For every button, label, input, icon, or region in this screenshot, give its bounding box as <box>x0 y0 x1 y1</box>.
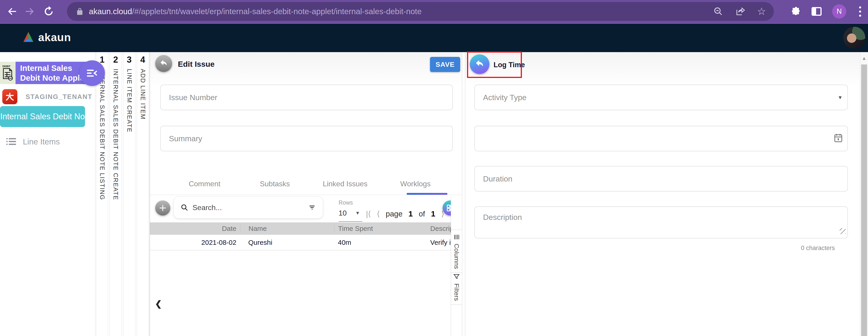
tabs-scroll-left-button[interactable]: ❮ <box>155 299 162 309</box>
annotation-highlight-box <box>467 52 522 78</box>
plus-icon <box>158 204 167 213</box>
rows-caret-icon[interactable]: ▼ <box>355 210 360 216</box>
line-items-label: Line Items <box>23 137 60 146</box>
app-header: akaun <box>0 24 868 52</box>
side-panel-fill <box>812 8 816 15</box>
columns-icon <box>453 234 460 240</box>
tab-comment[interactable]: Comment <box>169 173 240 195</box>
wizard-tab-label: LINE ITEM CREATE <box>126 69 133 132</box>
active-tab-indicator <box>407 193 447 195</box>
tab-linked-issues[interactable]: Linked Issues <box>310 173 380 195</box>
zoom-out-button[interactable] <box>713 6 723 17</box>
duration-field[interactable] <box>474 166 848 191</box>
activity-type-select[interactable] <box>474 85 848 110</box>
scrollbar-up-arrow[interactable]: ▲ <box>860 55 868 61</box>
wizard-tab-number: 3 <box>127 55 132 65</box>
search-input[interactable] <box>192 204 308 212</box>
user-avatar[interactable] <box>843 27 865 49</box>
refresh-icon <box>43 5 55 18</box>
issue-tabs: Comment Subtasks Linked Issues Worklogs <box>169 173 451 195</box>
worklog-table-header: Date Name Time Spent Descript <box>150 222 451 235</box>
wizard-tab-label: INTERNAL SALES DEBIT NOTE LISTING <box>98 69 105 200</box>
rows-select-underline <box>339 221 362 222</box>
filters-icon <box>453 273 460 280</box>
scrollbar-thumb[interactable] <box>861 64 867 336</box>
calendar-icon[interactable] <box>833 132 843 143</box>
col-header-name[interactable]: Name <box>240 225 334 233</box>
pagination: |⟨ ⟨ page 1 of 1 ⟩ ⟩| <box>366 209 455 218</box>
address-bar[interactable]: akaun.cloud/#/applets/tnt/wavelet/erp/in… <box>67 2 774 21</box>
cell-time-spent: 40m <box>334 239 430 246</box>
save-button[interactable]: SAVE <box>430 57 460 72</box>
wizard-tab-number: 2 <box>113 55 118 65</box>
filter-lines-icon[interactable] <box>308 204 316 211</box>
tab-worklogs[interactable]: Worklogs <box>380 173 451 195</box>
url-domain: akaun.cloud <box>89 7 132 16</box>
tab-subtasks[interactable]: Subtasks <box>240 173 310 195</box>
tenant-row[interactable]: STAGING_TENANT <box>2 89 92 104</box>
extensions-puzzle-button[interactable] <box>791 6 801 17</box>
edit-issue-panel: Edit Issue SAVE ❮ ❯ Comment Subtasks Lin… <box>150 52 462 336</box>
textarea-resize-handle[interactable] <box>840 228 846 234</box>
browser-menu-button[interactable] <box>857 6 863 17</box>
cell-name: Qureshi <box>240 239 334 246</box>
akaun-logo: akaun <box>22 31 71 44</box>
back-arrow-icon <box>159 59 168 68</box>
back-icon <box>6 5 18 18</box>
sidebar-item-line-items[interactable]: Line Items <box>6 137 60 146</box>
worklog-table-row[interactable]: 2021-08-02 Qureshi 40m Verify in <box>150 235 451 250</box>
bookmark-star-button[interactable]: ☆ <box>757 6 766 17</box>
col-header-time-spent[interactable]: Time Spent <box>334 225 430 233</box>
date-field[interactable] <box>474 126 848 151</box>
add-worklog-button[interactable] <box>155 201 170 216</box>
activity-type-caret-icon[interactable]: ▼ <box>838 95 843 100</box>
sidebar-item-internal-sales-debit-note[interactable]: Internal Sales Debit No <box>0 106 85 127</box>
list-icon <box>6 138 16 146</box>
browser-forward-button[interactable] <box>22 0 38 23</box>
rows-label: Rows <box>339 199 353 206</box>
share-button[interactable] <box>735 6 745 17</box>
wizard-tab-number: 4 <box>141 55 145 65</box>
wizard-tab-2[interactable]: 2 INTERNAL SALES DEBIT NOTE CREATE <box>110 52 122 336</box>
total-pages: 1 <box>431 209 435 218</box>
wizard-tab-strip: 1 INTERNAL SALES DEBIT NOTE LISTING 2 IN… <box>95 52 150 336</box>
wizard-tab-1[interactable]: 1 INTERNAL SALES DEBIT NOTE LISTING <box>96 52 108 336</box>
current-page: 1 <box>408 209 413 218</box>
browser-refresh-button[interactable] <box>41 0 57 23</box>
browser-back-button[interactable] <box>4 0 20 23</box>
page-word: page <box>386 210 402 218</box>
profile-avatar-button[interactable]: N <box>832 4 846 19</box>
issue-number-field[interactable] <box>160 85 453 110</box>
rows-per-page-select[interactable]: 10 <box>339 209 347 217</box>
columns-label: Columns <box>453 244 460 269</box>
tenant-logo-icon <box>2 89 18 104</box>
page-scrollbar[interactable]: ▲ <box>860 52 868 336</box>
columns-button[interactable]: Columns <box>451 230 462 273</box>
tenant-name: STAGING_TENANT <box>26 93 92 100</box>
akaun-logo-icon <box>22 31 35 44</box>
lock-icon <box>75 7 84 16</box>
filters-button[interactable]: Filters <box>451 270 462 305</box>
col-header-description[interactable]: Descript <box>430 225 451 233</box>
description-textarea[interactable] <box>474 206 848 238</box>
wizard-tab-4[interactable]: 4 ADD LINE ITEM <box>137 52 149 336</box>
edit-issue-title: Edit Issue <box>178 60 215 68</box>
sidebar-collapse-button[interactable] <box>79 60 105 86</box>
wizard-tab-3[interactable]: 3 LINE ITEM CREATE <box>123 52 135 336</box>
tabs-divider <box>150 195 462 195</box>
screen: akaun.cloud/#/applets/tnt/wavelet/erp/in… <box>0 0 868 336</box>
menu-collapse-icon <box>86 68 98 78</box>
worklog-search[interactable] <box>174 196 323 218</box>
of-word: of <box>419 210 425 218</box>
filters-label: Filters <box>453 283 460 301</box>
worklog-table: Date Name Time Spent Descript 2021-08-02… <box>150 222 451 250</box>
side-panel-button[interactable] <box>811 7 822 16</box>
forward-icon <box>24 5 36 18</box>
prev-page-button[interactable]: ⟨ <box>377 209 380 218</box>
col-header-date[interactable]: Date <box>150 225 240 233</box>
summary-field[interactable] <box>160 126 453 151</box>
wizard-tab-label: INTERNAL SALES DEBIT NOTE CREATE <box>112 69 119 200</box>
first-page-button[interactable]: |⟨ <box>366 209 371 218</box>
edit-issue-back-button[interactable] <box>155 55 172 72</box>
svg-text:DEBIT: DEBIT <box>2 65 10 68</box>
